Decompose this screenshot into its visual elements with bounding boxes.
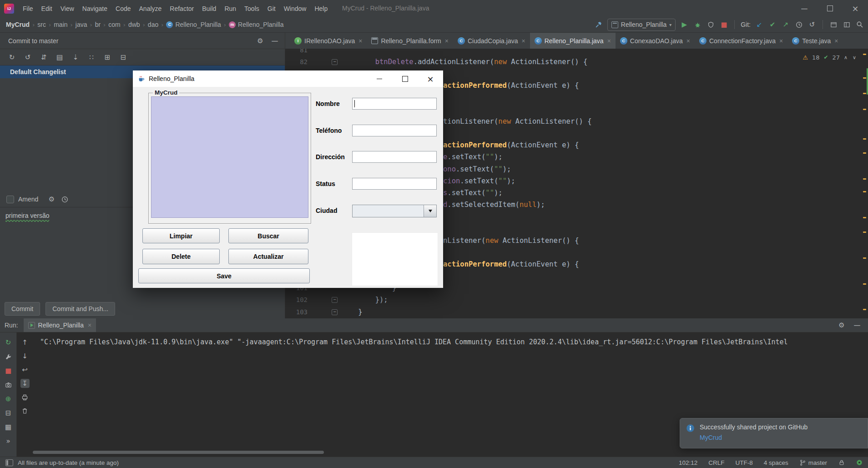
git-push-icon[interactable]: ↗: [781, 20, 790, 29]
tab-close-icon[interactable]: ×: [779, 37, 783, 45]
menu-build[interactable]: Build: [198, 0, 220, 17]
breadcrumb-java[interactable]: java: [76, 21, 87, 28]
run-tab-close-icon[interactable]: ×: [88, 322, 91, 329]
commit-history-icon[interactable]: [60, 195, 69, 204]
tab-Relleno_Planilla.java[interactable]: CRelleno_Planilla.java×: [530, 33, 616, 49]
run-settings-gear-icon[interactable]: ⚙: [837, 321, 846, 330]
dialog-close-icon[interactable]: ×: [418, 70, 443, 87]
direccion-input[interactable]: [352, 151, 437, 163]
ide-status-icon[interactable]: [856, 459, 863, 466]
tab-CiudadCopia.java[interactable]: CCiudadCopia.java×: [453, 33, 530, 49]
tab-close-icon[interactable]: ×: [834, 37, 838, 45]
fold-marker-icon[interactable]: −: [332, 59, 338, 65]
warning-stripe-mark[interactable]: [863, 138, 866, 140]
save-button[interactable]: Save: [138, 268, 310, 283]
ciudad-combobox[interactable]: [352, 205, 437, 217]
menu-code[interactable]: Code: [111, 0, 135, 17]
git-branch-widget[interactable]: master: [799, 459, 827, 466]
git-commit-icon[interactable]: ✔: [768, 20, 777, 29]
search-everywhere-icon[interactable]: [855, 20, 864, 29]
limpiar-button[interactable]: Limpiar: [142, 228, 220, 243]
status-input[interactable]: [352, 178, 437, 190]
tab-Relleno_Planilla.form[interactable]: Relleno_Planilla.form×: [367, 33, 453, 49]
code-line-82[interactable]: 82− btnDelete.addActionListener(new Acti…: [285, 56, 862, 68]
tab-close-icon[interactable]: ×: [686, 37, 690, 45]
commit-button[interactable]: Commit: [5, 302, 40, 316]
commit-and-push-button[interactable]: Commit and Push...: [45, 302, 115, 316]
gc-icon[interactable]: ⊕: [4, 394, 13, 403]
rerun-icon[interactable]: ↻: [4, 338, 13, 347]
settings-wrench-icon[interactable]: [4, 352, 13, 361]
run-config-selector[interactable]: Relleno_Planilla▾: [607, 19, 676, 31]
tab-IRellenoDAO.java[interactable]: IIRellenoDAO.java×: [290, 33, 367, 49]
dialog-titlebar[interactable]: Relleno_Planilla ×: [133, 70, 443, 87]
menu-view[interactable]: View: [56, 0, 78, 17]
combo-dropdown-icon[interactable]: [424, 205, 436, 217]
amend-checkbox[interactable]: [6, 196, 14, 203]
menu-help[interactable]: Help: [310, 0, 332, 17]
soft-wrap-icon[interactable]: ↩: [20, 365, 30, 374]
menu-file[interactable]: File: [19, 0, 37, 17]
gear-icon[interactable]: ⚙: [256, 36, 265, 45]
caret-position[interactable]: 102:12: [679, 459, 697, 466]
menu-refactor[interactable]: Refactor: [166, 0, 198, 17]
breadcrumb-src[interactable]: src: [37, 21, 46, 28]
breadcrumb-br[interactable]: br: [95, 21, 101, 28]
breadcrumb-dwb[interactable]: dwb: [128, 21, 140, 28]
buscar-button[interactable]: Buscar: [228, 228, 308, 243]
hide-run-panel-icon[interactable]: —: [853, 321, 862, 330]
menu-git[interactable]: Git: [263, 0, 280, 17]
window-close-icon[interactable]: ×: [843, 0, 868, 17]
expand-icon[interactable]: ⇣: [71, 53, 80, 62]
line-separator[interactable]: CRLF: [708, 459, 724, 466]
menu-window[interactable]: Window: [280, 0, 311, 17]
dialog-minimize-icon[interactable]: [367, 70, 392, 87]
fold-marker-icon[interactable]: −: [332, 309, 338, 315]
details-icon[interactable]: ∷: [87, 53, 96, 62]
warning-stripe-mark[interactable]: [863, 54, 866, 55]
toolwindow-toggle-icon[interactable]: [5, 459, 13, 466]
menu-edit[interactable]: Edit: [37, 0, 56, 17]
collapse-all-icon[interactable]: ⊟: [119, 53, 128, 62]
breadcrumb-method[interactable]: Relleno_Planilla: [238, 21, 283, 28]
console-hscrollbar-thumb[interactable]: [33, 451, 324, 454]
fold-marker-icon[interactable]: −: [332, 297, 338, 303]
error-stripe[interactable]: [862, 49, 868, 318]
expand-all-icon[interactable]: ⊞: [103, 53, 112, 62]
next-issue-icon[interactable]: ∨: [852, 53, 857, 62]
window-maximize-icon[interactable]: [817, 0, 843, 17]
run-icon[interactable]: ▶: [680, 20, 689, 29]
up-stack-icon[interactable]: ↑: [20, 338, 30, 347]
breadcrumb-project[interactable]: MyCrud: [6, 21, 30, 28]
dialog-maximize-icon[interactable]: [392, 70, 418, 87]
file-encoding[interactable]: UTF-8: [735, 459, 752, 466]
notification-popup[interactable]: Successfully shared project on GitHub My…: [680, 418, 868, 448]
run-tab[interactable]: Relleno_Planilla ×: [24, 318, 96, 332]
hide-panel-icon[interactable]: —: [270, 36, 279, 45]
nombre-input[interactable]: [352, 98, 437, 110]
exit-icon[interactable]: ⊟: [4, 408, 13, 418]
build-hammer-icon[interactable]: [594, 20, 603, 29]
down-stack-icon[interactable]: ↓: [20, 352, 30, 361]
warning-stripe-mark[interactable]: [863, 93, 866, 94]
code-line-102[interactable]: 102− });: [285, 294, 862, 306]
menu-analyze[interactable]: Analyze: [135, 0, 166, 17]
breadcrumb-dao[interactable]: dao: [148, 21, 158, 28]
notification-link[interactable]: MyCrud: [700, 434, 807, 441]
clear-console-icon[interactable]: [20, 406, 30, 415]
show-diff-icon[interactable]: ⇵: [39, 53, 48, 62]
stop-icon[interactable]: ■: [4, 366, 13, 375]
screenshot-icon[interactable]: [4, 380, 13, 389]
warning-stripe-mark[interactable]: [863, 152, 866, 154]
records-table[interactable]: [151, 96, 308, 218]
indent-style[interactable]: 4 spaces: [764, 459, 788, 466]
tab-ConnectionFactory.java[interactable]: CConnectionFactory.java×: [695, 33, 787, 49]
layout-grid-icon[interactable]: ▦: [4, 423, 13, 432]
debug-icon[interactable]: [693, 20, 702, 29]
rollback-icon[interactable]: ↺: [807, 20, 817, 29]
warning-stripe-mark[interactable]: [863, 217, 866, 218]
warning-stripe-mark[interactable]: [863, 109, 866, 110]
print-icon[interactable]: [20, 393, 30, 402]
warning-stripe-mark[interactable]: [863, 283, 866, 285]
stop-icon[interactable]: ■: [719, 20, 728, 29]
